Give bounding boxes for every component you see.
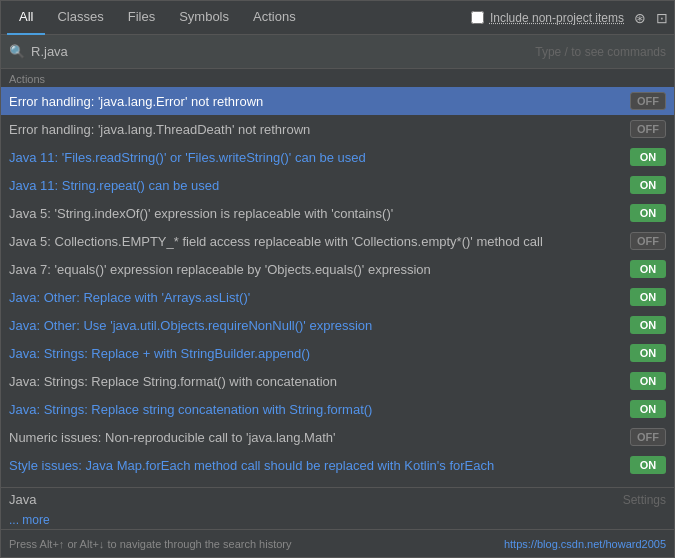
tab-files[interactable]: Files bbox=[116, 1, 167, 35]
list-item[interactable]: Error handling: 'java.lang.Error' not re… bbox=[1, 87, 674, 115]
tab-classes[interactable]: Classes bbox=[45, 1, 115, 35]
status-text: Press Alt+↑ or Alt+↓ to navigate through… bbox=[9, 538, 500, 550]
list-item[interactable]: Java: Other: Use 'java.util.Objects.requ… bbox=[1, 311, 674, 339]
tab-actions[interactable]: Actions bbox=[241, 1, 308, 35]
list-item[interactable]: Java: Strings: Replace + with StringBuil… bbox=[1, 339, 674, 367]
toggle-off[interactable]: OFF bbox=[630, 92, 666, 110]
list-item[interactable]: Java 11: 'Files.readString()' or 'Files.… bbox=[1, 143, 674, 171]
list-item[interactable]: Java: Other: Replace with 'Arrays.asList… bbox=[1, 283, 674, 311]
item-text: Java 11: String.repeat() can be used bbox=[9, 178, 630, 193]
tab-bar: All Classes Files Symbols Actions Includ… bbox=[1, 1, 674, 35]
toggle-on[interactable]: ON bbox=[630, 148, 666, 166]
toggle-on[interactable]: ON bbox=[630, 176, 666, 194]
filter-icon[interactable]: ⊛ bbox=[634, 10, 646, 26]
search-icon: 🔍 bbox=[9, 44, 25, 59]
layout-icon[interactable]: ⊡ bbox=[656, 10, 668, 26]
toggle-on[interactable]: ON bbox=[630, 288, 666, 306]
tab-all[interactable]: All bbox=[7, 1, 45, 35]
item-text: Numeric issues: Non-reproducible call to… bbox=[9, 430, 630, 445]
toggle-on[interactable]: ON bbox=[630, 204, 666, 222]
toggle-on[interactable]: ON bbox=[630, 372, 666, 390]
list-item[interactable]: Java 5: 'String.indexOf()' expression is… bbox=[1, 199, 674, 227]
item-text: Java: Strings: Replace String.format() w… bbox=[9, 374, 630, 389]
list-item[interactable]: Numeric issues: Non-reproducible call to… bbox=[1, 423, 674, 451]
item-text: Error handling: 'java.lang.Error' not re… bbox=[9, 94, 630, 109]
search-bar: 🔍 Type / to see commands bbox=[1, 35, 674, 69]
item-text: Java 7: 'equals()' expression replaceabl… bbox=[9, 262, 630, 277]
item-text: Java 5: 'String.indexOf()' expression is… bbox=[9, 206, 630, 221]
toggle-on[interactable]: ON bbox=[630, 344, 666, 362]
item-text: Java 5: Collections.EMPTY_* field access… bbox=[9, 234, 630, 249]
items-list: Error handling: 'java.lang.Error' not re… bbox=[1, 87, 674, 487]
toggle-on[interactable]: ON bbox=[630, 456, 666, 474]
item-text: Error handling: 'java.lang.ThreadDeath' … bbox=[9, 122, 630, 137]
item-text: Java: Strings: Replace + with StringBuil… bbox=[9, 346, 630, 361]
include-label: Include non-project items bbox=[490, 11, 624, 25]
list-item[interactable]: Style issues: Java Map.forEach method ca… bbox=[1, 451, 674, 479]
toggle-on[interactable]: ON bbox=[630, 316, 666, 334]
list-item[interactable]: Error handling: 'java.lang.ThreadDeath' … bbox=[1, 115, 674, 143]
tab-symbols[interactable]: Symbols bbox=[167, 1, 241, 35]
more-link[interactable]: ... more bbox=[1, 511, 674, 529]
status-bar: Press Alt+↑ or Alt+↓ to navigate through… bbox=[1, 529, 674, 557]
toggle-off[interactable]: OFF bbox=[630, 120, 666, 138]
include-row: Include non-project items ⊛ ⊡ bbox=[471, 10, 668, 26]
list-item[interactable]: Java: Strings: Replace string concatenat… bbox=[1, 395, 674, 423]
item-text: Style issues: Java Map.forEach method ca… bbox=[9, 458, 630, 473]
footer-settings-text: Settings bbox=[623, 493, 666, 507]
list-item[interactable]: Java 5: Collections.EMPTY_* field access… bbox=[1, 227, 674, 255]
status-url: https://blog.csdn.net/howard2005 bbox=[504, 538, 666, 550]
list-item[interactable]: Java 7: 'equals()' expression replaceabl… bbox=[1, 255, 674, 283]
include-checkbox[interactable] bbox=[471, 11, 484, 24]
toggle-off[interactable]: OFF bbox=[630, 428, 666, 446]
footer-java-text: Java bbox=[9, 492, 623, 507]
list-item[interactable]: Java 11: String.repeat() can be usedON bbox=[1, 171, 674, 199]
list-item[interactable]: Java: Strings: Replace String.format() w… bbox=[1, 367, 674, 395]
section-label: Actions bbox=[1, 69, 674, 87]
toggle-off[interactable]: OFF bbox=[630, 232, 666, 250]
search-input[interactable] bbox=[31, 44, 529, 59]
main-container: All Classes Files Symbols Actions Includ… bbox=[0, 0, 675, 558]
item-text: Java 11: 'Files.readString()' or 'Files.… bbox=[9, 150, 630, 165]
toggle-on[interactable]: ON bbox=[630, 260, 666, 278]
search-hint: Type / to see commands bbox=[535, 45, 666, 59]
item-text: Java: Other: Use 'java.util.Objects.requ… bbox=[9, 318, 630, 333]
item-text: Java: Other: Replace with 'Arrays.asList… bbox=[9, 290, 630, 305]
footer-java-row: Java Settings bbox=[1, 487, 674, 511]
toggle-on[interactable]: ON bbox=[630, 400, 666, 418]
item-text: Java: Strings: Replace string concatenat… bbox=[9, 402, 630, 417]
